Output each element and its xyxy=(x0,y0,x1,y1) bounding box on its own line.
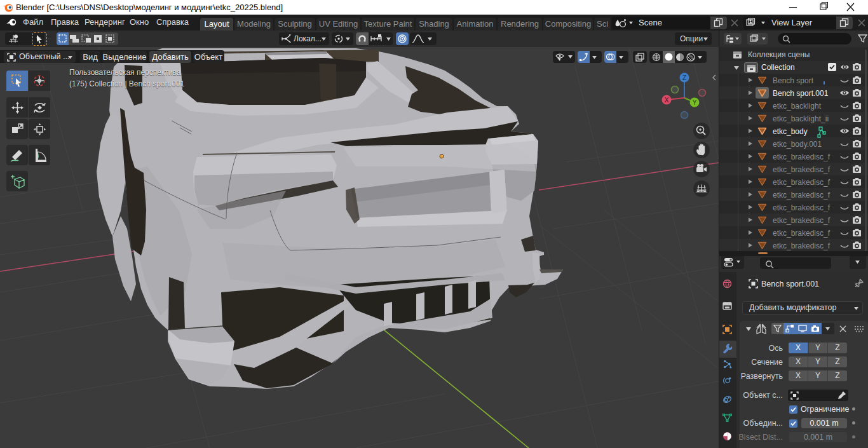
svg-text:Z: Z xyxy=(682,74,686,81)
svg-text:X: X xyxy=(665,97,669,104)
svg-text:Y: Y xyxy=(693,99,697,106)
